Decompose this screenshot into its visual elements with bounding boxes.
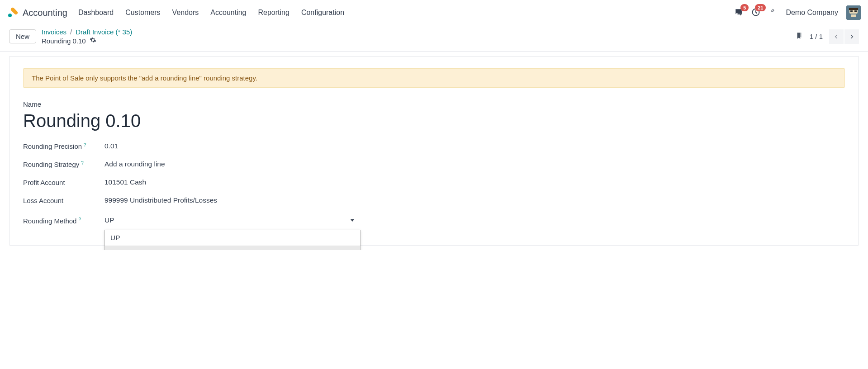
help-icon[interactable]: ? <box>84 142 86 147</box>
breadcrumb: Invoices / Draft Invoice (* 35) Rounding… <box>42 28 132 45</box>
activities-badge: 21 <box>755 4 766 11</box>
method-option-down[interactable]: DOWN <box>105 246 360 250</box>
nav-right: 5 21 Demo Company <box>734 5 861 20</box>
precision-label: Rounding Precision? <box>23 142 104 150</box>
nav-dashboard[interactable]: Dashboard <box>78 9 114 17</box>
chevron-down-icon <box>351 219 354 222</box>
nav-configuration[interactable]: Configuration <box>301 9 344 17</box>
messages-icon[interactable]: 5 <box>734 8 743 18</box>
svg-rect-6 <box>854 10 857 12</box>
precision-value[interactable]: 0.01 <box>104 142 358 150</box>
help-icon[interactable]: ? <box>81 161 84 166</box>
breadcrumb-invoices[interactable]: Invoices <box>42 28 66 36</box>
method-select[interactable]: UP UP DOWN HALF-UP <box>104 214 358 227</box>
activities-icon[interactable]: 21 <box>751 8 760 18</box>
loss-account-value[interactable]: 999999 Undistributed Profits/Losses <box>104 196 358 204</box>
method-dropdown: UP DOWN HALF-UP <box>104 230 360 250</box>
pager-text[interactable]: 1 / 1 <box>810 33 823 40</box>
method-label: Rounding Method? <box>23 217 104 225</box>
top-nav: Accounting Dashboard Customers Vendors A… <box>0 0 868 25</box>
nav-customers[interactable]: Customers <box>125 9 160 17</box>
breadcrumb-separator: / <box>70 28 72 36</box>
nav-vendors[interactable]: Vendors <box>172 9 199 17</box>
app-name[interactable]: Accounting <box>23 8 67 18</box>
alert-warning: The Point of Sale only supports the "add… <box>23 68 845 88</box>
debug-icon[interactable] <box>768 8 778 18</box>
nav-menu: Dashboard Customers Vendors Accounting R… <box>78 9 344 17</box>
help-icon[interactable]: ? <box>78 217 81 222</box>
profit-account-value[interactable]: 101501 Cash <box>104 178 358 186</box>
nav-accounting[interactable]: Accounting <box>210 9 246 17</box>
method-option-up[interactable]: UP <box>105 230 360 246</box>
profit-account-label: Profit Account <box>23 179 104 186</box>
breadcrumb-current: Rounding 0.10 <box>42 37 86 45</box>
breadcrumb-draft-invoice[interactable]: Draft Invoice (* 35) <box>76 28 132 36</box>
method-selected-value: UP <box>104 216 114 224</box>
gear-icon[interactable] <box>90 37 96 45</box>
bookmark-icon[interactable] <box>795 32 803 41</box>
svg-rect-5 <box>850 10 853 12</box>
name-label: Name <box>23 100 845 108</box>
control-bar: New Invoices / Draft Invoice (* 35) Roun… <box>0 25 868 51</box>
user-avatar[interactable] <box>846 5 861 20</box>
messages-badge: 5 <box>740 4 749 11</box>
divider <box>0 51 868 52</box>
svg-rect-7 <box>849 8 858 10</box>
name-value[interactable]: Rounding 0.10 <box>23 111 845 131</box>
strategy-value[interactable]: Add a rounding line <box>104 160 358 168</box>
loss-account-label: Loss Account <box>23 197 104 204</box>
strategy-label: Rounding Strategy? <box>23 161 104 168</box>
svg-rect-0 <box>10 7 18 15</box>
company-name[interactable]: Demo Company <box>786 9 838 17</box>
svg-rect-8 <box>851 14 856 17</box>
nav-reporting[interactable]: Reporting <box>258 9 289 17</box>
pager-next-button[interactable] <box>844 29 859 44</box>
app-logo-icon[interactable] <box>7 7 18 18</box>
new-button[interactable]: New <box>9 29 36 43</box>
svg-point-1 <box>8 14 12 17</box>
pager-prev-button[interactable] <box>829 29 844 44</box>
form-sheet: The Point of Sale only supports the "add… <box>9 56 859 246</box>
